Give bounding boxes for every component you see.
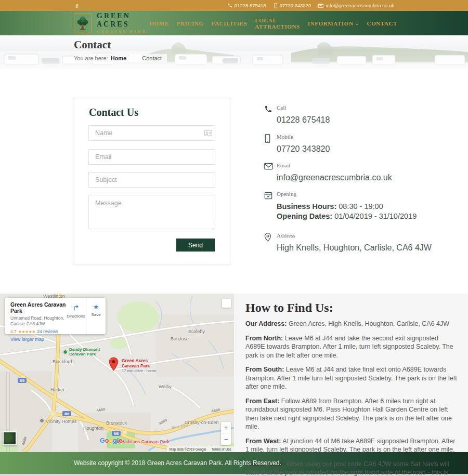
topbar-email-address: info@greenacrescumbria.co.uk: [326, 3, 394, 8]
directions-from-east: From East: Follow A689 from Brampton. Af…: [245, 397, 458, 431]
topbar-mobile-number: 07720 343820: [280, 3, 311, 8]
address-value: High Knells, Houghton, Carlisle, CA6 4JW: [277, 243, 432, 253]
breadcrumb-current: Contact: [142, 55, 162, 61]
main-nav: HOME PRICING FACILITIES LOCAL ATTRACTION…: [149, 17, 397, 30]
map-card-title: Green Acres Caravan Park: [10, 301, 66, 314]
zoom-in-button[interactable]: +: [221, 422, 231, 433]
mobile-icon: [264, 134, 271, 143]
fullscreen-button[interactable]: [222, 299, 231, 308]
form-title: Contact Us: [89, 107, 138, 118]
map-label-walby: Walby: [159, 384, 172, 389]
phone-icon: [228, 3, 232, 8]
map-label-green-acres: Green Acres Caravan Park 17 min drive · …: [122, 358, 156, 374]
contact-info-opening: Opening Business Hours: 08:30 - 19:00 Op…: [260, 191, 417, 221]
map-label-scaleby: Scaleby: [188, 329, 205, 334]
m6-shield: M6: [18, 378, 27, 383]
map-label-crosby: Crosby-on-Eden: [185, 420, 219, 425]
email-label: Email: [277, 162, 392, 168]
envelope-icon: [318, 4, 323, 8]
map-label-dandy-dinmont: Dandy Dinmont Caravan Park: [69, 347, 100, 356]
map-label-harker: Harker: [50, 387, 64, 392]
m6-shield: M6: [62, 411, 71, 416]
google-map[interactable]: Westlinton Scaleby Barclose Blackford Ha…: [0, 294, 234, 452]
m6-shield: M6: [112, 431, 121, 436]
top-bar: f 01228 675418 07720 343820 info@greenac…: [0, 0, 468, 11]
nav-information[interactable]: INFORMATION⌄: [308, 20, 359, 27]
contact-info-email: Email info@greenacrescumbria.co.uk: [260, 162, 392, 182]
nav-facilities[interactable]: FACILITIES: [212, 20, 248, 27]
nav-pricing[interactable]: PRICING: [177, 20, 204, 27]
chevron-down-icon: ⌄: [355, 21, 359, 26]
nav-contact[interactable]: CONTACT: [367, 20, 397, 27]
breadcrumb-prefix: You are here:: [74, 55, 108, 61]
zoom-out-button[interactable]: −: [221, 433, 231, 445]
map-zoom-control: + −: [221, 422, 231, 445]
directions-from-south: From South: Leave M6 at J44 and take fin…: [245, 365, 458, 391]
directions-address: Our Address: Green Acres, High Knells, H…: [245, 320, 458, 328]
site-header: GREEN ACRES CARAVAN PARK HOME PRICING FA…: [0, 11, 468, 35]
map-pin-icon: [264, 233, 271, 242]
contact-info-call: Call 01228 675418: [260, 104, 330, 125]
hero-banner: Contact You are here: Home Contact: [0, 35, 468, 69]
breadcrumb-home-link[interactable]: Home: [111, 55, 127, 61]
nav-home[interactable]: HOME: [149, 20, 168, 27]
map-data-credit: Map data ©2019 Google: [170, 447, 206, 451]
directions-title: How to Find Us:: [245, 301, 458, 315]
map-label-barclose: Barclose: [171, 336, 189, 341]
contact-form-card: Contact Us Send: [74, 98, 230, 265]
message-textarea[interactable]: [88, 195, 215, 229]
email-input[interactable]: [88, 149, 215, 165]
map-section: Westlinton Scaleby Barclose Blackford Ha…: [0, 294, 468, 452]
site-logo[interactable]: GREEN ACRES CARAVAN PARK: [74, 12, 149, 34]
phone-icon: [264, 105, 272, 113]
call-label: Call: [277, 104, 330, 111]
mobile-number[interactable]: 07720 343820: [277, 144, 330, 154]
send-button[interactable]: Send: [176, 239, 215, 252]
map-label-brunstock: Brunstock: [106, 420, 127, 426]
topbar-mobile[interactable]: 07720 343820: [274, 3, 311, 8]
satellite-view-toggle[interactable]: [3, 431, 17, 445]
facebook-icon[interactable]: f: [74, 3, 80, 9]
rating-stars-icon: ★★★★★: [18, 329, 35, 334]
directions-button[interactable]: Directions: [66, 298, 86, 334]
name-input[interactable]: [88, 125, 215, 141]
reviews-link[interactable]: 24 reviews: [37, 329, 58, 334]
calendar-check-icon: [264, 191, 272, 200]
view-larger-map-link[interactable]: View larger map: [10, 337, 66, 342]
call-number[interactable]: 01228 675418: [277, 115, 330, 125]
copyright-text: Website copyright © 2018 Green Acres Car…: [74, 459, 281, 467]
page: f 01228 675418 07720 343820 info@greenac…: [0, 0, 468, 476]
email-address[interactable]: info@greenacrescumbria.co.uk: [277, 173, 392, 182]
dandy-dinmont-icon: [63, 350, 68, 354]
logo-text: GREEN ACRES CARAVAN PARK: [97, 12, 149, 34]
contact-card-icon: [204, 130, 212, 136]
nav-local-attractions[interactable]: LOCAL ATTRACTIONS: [255, 17, 300, 30]
google-logo[interactable]: Google: [100, 437, 122, 444]
logo-tree-icon: [74, 14, 92, 33]
save-button[interactable]: ★ Save: [86, 298, 106, 334]
directions-panel: How to Find Us: Our Address: Green Acres…: [234, 294, 468, 452]
map-info-card: Green Acres Caravan Park Unnamed Road, H…: [5, 298, 106, 334]
mobile-icon: [274, 3, 278, 8]
rating-value: 4.7: [10, 329, 17, 334]
opening-label: Opening: [277, 191, 417, 197]
map-marker-icon[interactable]: [109, 357, 119, 372]
topbar-phone-number: 01228 675418: [235, 3, 266, 8]
topbar-phone[interactable]: 01228 675418: [228, 3, 266, 8]
directions-from-west: From West: At junction 44 of M6 take A68…: [245, 437, 458, 454]
map-label-houghton: Houghton: [83, 426, 103, 431]
terms-of-use-link[interactable]: Terms of Use: [212, 447, 231, 451]
subject-input[interactable]: [88, 172, 215, 188]
address-label: Address: [277, 232, 432, 239]
map-label-hadrians: Hadrians Caravan Park: [121, 439, 170, 444]
mobile-label: Mobile: [277, 134, 330, 140]
vicinity-pin-icon: [40, 418, 44, 423]
topbar-email[interactable]: info@greenacrescumbria.co.uk: [318, 3, 394, 8]
breadcrumb: You are here: Home Contact: [74, 54, 167, 62]
map-label-vicinity-homes: Vicinity Homes: [46, 419, 76, 424]
map-card-address: Unnamed Road, Houghton, Carlisle CA6 4JW: [10, 315, 66, 327]
contact-info-mobile: Mobile 07720 343820: [260, 134, 330, 154]
envelope-icon: [264, 163, 273, 170]
page-title: Contact: [74, 38, 111, 51]
main-content: Contact Us Send Call 01228 675418 Mobile…: [0, 69, 468, 294]
